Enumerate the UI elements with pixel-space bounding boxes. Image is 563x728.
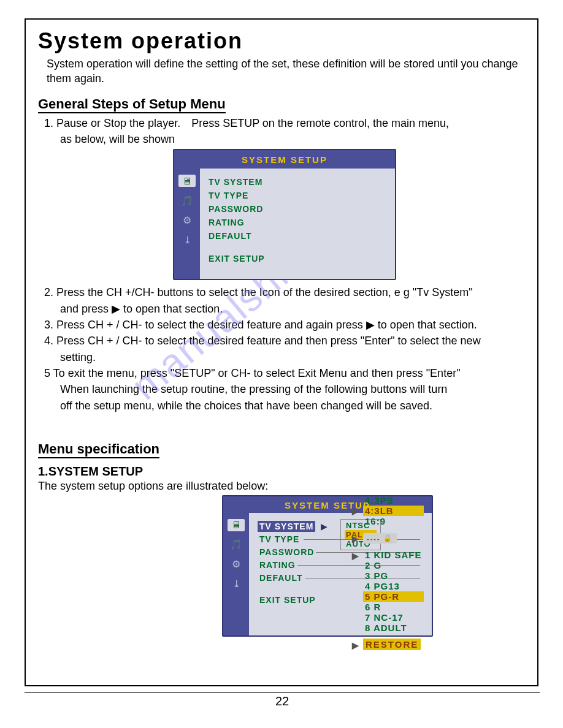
menu-tv-system: TV SYSTEM (209, 176, 386, 188)
step-5-line-1: 5 To exit the menu, press "SETUP" or CH-… (44, 366, 525, 381)
opt-g: 2 G (363, 560, 424, 571)
step-1-line-1: 1. Pause or Stop the player. Press SETUP… (44, 116, 525, 131)
osd-screenshot-2-wrap: SYSTEM SETUP 🖥 🎵 ⚙ ⤓ TV SYSTEM ▶ NTSC PA… (130, 495, 525, 637)
monitor-icon: 🖥 (228, 519, 245, 531)
download-icon: ⤓ (180, 233, 194, 246)
opt-adult: 8 ADULT (363, 623, 424, 633)
arrow-right-icon: ▶ (352, 534, 359, 544)
system-setup-text: The system setup options are illustrated… (38, 480, 525, 493)
chevron-right-icon: ▶ (321, 521, 327, 531)
menu-tv-system-selected: TV SYSTEM (258, 521, 315, 532)
step-2-line-2: and press ▶ to open that section. (60, 301, 525, 316)
osd2-icon-column: 🖥 🎵 ⚙ ⤓ (223, 513, 249, 635)
menu-password-label: PASSWORD (258, 547, 316, 558)
page-title: System operation (38, 28, 525, 54)
password-value: ---- (367, 535, 381, 542)
step-2-line-1: 2. Press the CH +/CH- buttons to select … (44, 285, 525, 300)
step-4-line-1: 4. Press CH + / CH- to select the desire… (44, 333, 525, 348)
note-icon: 🎵 (229, 539, 243, 551)
opt-restore: RESTORE (363, 639, 421, 650)
heading-system-setup: 1.SYSTEM SETUP (38, 464, 525, 479)
step-5-line-3: off the setup menu, while the choices th… (60, 398, 525, 413)
note-icon: 🎵 (180, 194, 194, 207)
opt-pg13: 4 PG13 (363, 581, 424, 591)
opt-4-3ps: 4:3PS (363, 495, 424, 506)
lock-icon: 🔒 (383, 534, 393, 542)
osd-screenshot-1: SYSTEM SETUP 🖥 🎵 ⚙ ⤓ TV SYSTEM TV TYPE P… (173, 149, 396, 280)
menu-rating-label: RATING (258, 559, 297, 571)
step-1-line-2: as below, will be shown (60, 132, 525, 146)
menu-default-label: DEFAULT (258, 572, 305, 583)
menu-exit: EXIT SETUP (209, 253, 386, 265)
arrow-right-icon: ▶ (352, 640, 359, 650)
rating-options: ▶ 1 KID SAFE 2 G 3 PG 4 PG13 5 PG-R 6 R … (363, 550, 424, 633)
monitor-icon: 🖥 (178, 175, 196, 187)
osd-header: SYSTEM SETUP (174, 150, 395, 169)
step-4-line-2: setting. (60, 350, 525, 365)
arrow-right-icon: ▶ (352, 506, 359, 516)
intro-text: System operation will define the setting… (47, 56, 525, 86)
heading-menu-spec: Menu specification (38, 441, 159, 458)
download-icon: ⤓ (229, 578, 243, 590)
osd-menu-list: TV SYSTEM TV TYPE PASSWORD RATING DEFAUL… (200, 169, 395, 279)
opt-pg: 3 PG (363, 571, 424, 581)
arrow-right-icon: ▶ (352, 551, 359, 561)
opt-4-3lb: 4:3LB (363, 506, 424, 516)
menu-password: PASSWORD (209, 203, 386, 215)
menu-tv-type: TV TYPE (209, 190, 386, 202)
step-5-line-2: When launching the setup routine, the pr… (60, 382, 525, 396)
gear-icon: ⚙ (229, 558, 243, 571)
default-option: ▶ RESTORE (363, 639, 424, 650)
manual-page: manualshive.com System operation System … (25, 18, 538, 686)
opt-nc17: 7 NC-17 (363, 612, 424, 623)
opt-pg-r: 5 PG-R (363, 591, 424, 602)
menu-rating: RATING (209, 217, 386, 229)
password-display: ▶ ---- 🔒 (363, 533, 424, 544)
password-masked: ---- 🔒 (363, 533, 397, 544)
steps-block: 1. Pause or Stop the player. Press SETUP… (44, 116, 525, 413)
menu-exit-label: EXIT SETUP (258, 594, 318, 605)
osd-icon-column: 🖥 🎵 ⚙ ⤓ (174, 169, 200, 279)
menu-default: DEFAULT (209, 230, 386, 242)
opt-16-9: 16:9 (363, 516, 424, 526)
heading-general-steps: General Steps of Setup Menu (38, 96, 226, 113)
tv-type-options: 4:3PS 4:3LB 16:9 ▶ (363, 495, 424, 526)
step-3: 3. Press CH + / CH- to select the desire… (44, 317, 525, 332)
opt-kid-safe: 1 KID SAFE (363, 550, 424, 560)
right-options-column: 4:3PS 4:3LB 16:9 ▶ ▶ ---- 🔒 ▶ 1 KID SAFE… (363, 495, 424, 656)
menu-tv-type-label: TV TYPE (258, 534, 301, 545)
opt-r: 6 R (363, 602, 424, 612)
page-number: 22 (25, 692, 540, 708)
gear-icon: ⚙ (180, 214, 194, 226)
